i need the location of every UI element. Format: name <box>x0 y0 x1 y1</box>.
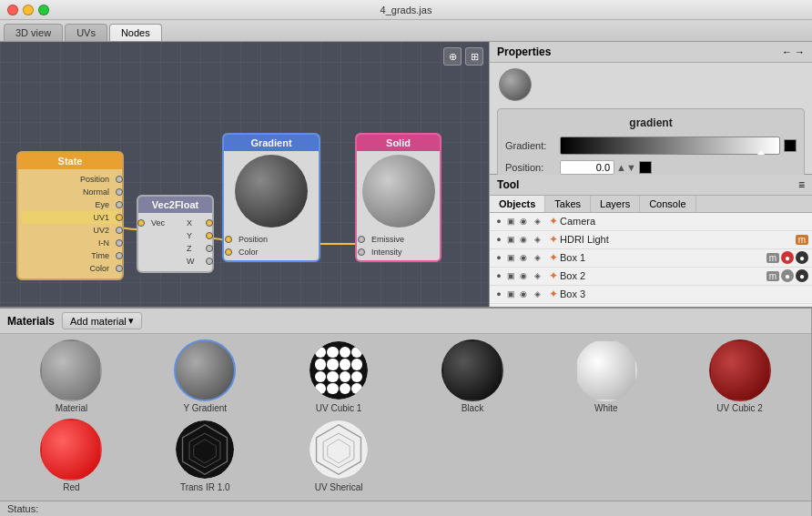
window-controls <box>7 5 49 15</box>
add-material-label: Add material <box>70 316 127 327</box>
node-gradient[interactable]: Gradient Position Color <box>222 133 320 262</box>
tab-console[interactable]: Console <box>640 196 695 212</box>
render-icon[interactable]: ◈ <box>531 217 543 226</box>
materials-title: Materials <box>7 315 55 328</box>
hdri-badge: m <box>796 235 808 245</box>
material-item-uvsherical[interactable]: UV Sherical <box>273 419 405 496</box>
tab-bar: 3D view UVs Nodes <box>0 20 812 42</box>
gradient-bar[interactable] <box>560 137 780 155</box>
object-row-box3[interactable]: ● ▣ ◉ ◈ ✦ Box 3 <box>490 286 812 304</box>
nav-prev[interactable]: ← <box>782 46 792 57</box>
materials-panel: Materials Add material ▾ Material <box>0 309 812 516</box>
gradient-marker-bot <box>761 157 768 161</box>
object-row-hdri[interactable]: ● ▣ ◉ ◈ ✦ HDRI Light m <box>490 231 812 249</box>
solid-preview <box>362 155 435 228</box>
material-name-black: Black <box>462 403 483 413</box>
node-canvas[interactable]: ⊕ ⊞ State <box>0 42 489 307</box>
material-item-material[interactable]: Material <box>5 339 137 417</box>
window-title: 4_grads.jas <box>381 5 432 15</box>
material-name-uvcubic2: UV Cubic 2 <box>716 403 763 413</box>
box2-star: ✦ <box>547 269 560 282</box>
object-name-box3: Box 3 <box>560 288 808 299</box>
box1-star: ✦ <box>547 251 560 264</box>
material-name-ygradient: Y Gradient <box>183 403 227 413</box>
material-ball-transir <box>174 419 236 481</box>
material-item-black[interactable]: Black <box>406 339 538 417</box>
material-ball-uvcubic1 <box>308 339 370 401</box>
tab-objects[interactable]: Objects <box>490 196 545 212</box>
property-preview-sphere <box>499 68 532 101</box>
tab-nodes[interactable]: Nodes <box>109 24 162 41</box>
gradient-preview <box>235 155 308 228</box>
material-name-uvcubic1: UV Cubic 1 <box>316 403 362 413</box>
material-name-material: Material <box>56 403 88 413</box>
eye-icon[interactable]: ● <box>493 217 504 226</box>
node-solid[interactable]: Solid Emissive Intensity <box>355 133 442 262</box>
tool-title: Tool <box>497 178 519 191</box>
object-name-box2: Box 2 <box>560 270 765 281</box>
tool-icon: ≡ <box>798 178 805 191</box>
add-node-button[interactable]: ⊕ <box>443 47 462 66</box>
tab-layers[interactable]: Layers <box>591 196 640 212</box>
object-row-box2[interactable]: ● ▣ ◉ ◈ ✦ Box 2 m ● ● <box>490 268 812 286</box>
tool-header: Tool ≡ <box>490 175 812 196</box>
maximize-button[interactable] <box>38 5 49 15</box>
material-item-ygradient[interactable]: Y Gradient <box>139 339 271 417</box>
node-gradient-header: Gradient <box>224 135 319 151</box>
tab-takes[interactable]: Takes <box>545 196 591 212</box>
gradient-marker <box>757 150 765 155</box>
node-solid-header: Solid <box>357 135 440 151</box>
add-material-button[interactable]: Add material ▾ <box>62 312 142 329</box>
lock-icon[interactable]: ▣ <box>505 217 516 226</box>
expand-button[interactable]: ⊞ <box>465 47 483 66</box>
gradient-card-title: gradient <box>505 116 797 129</box>
close-button[interactable] <box>7 5 18 15</box>
box2-badge-dot: ● <box>781 269 794 282</box>
properties-section: Properties ← → gradient Gradient: <box>490 42 812 175</box>
material-ball-red <box>40 419 102 481</box>
position-label: Position: <box>505 162 560 173</box>
material-item-red[interactable]: Red <box>5 419 137 496</box>
title-bar: 4_grads.jas <box>0 0 812 20</box>
position-stepper[interactable]: ▲▼ <box>616 162 636 173</box>
tool-section: Tool ≡ Objects Takes Layers Console ● <box>490 175 812 322</box>
camera-controls: ● ▣ ◉ ◈ <box>493 217 543 226</box>
box1-badge-black: ● <box>796 251 808 264</box>
status-label: Status: <box>7 503 38 514</box>
minimize-button[interactable] <box>23 5 34 15</box>
object-name-box1: Box 1 <box>560 252 765 263</box>
box2-badge-black: ● <box>796 269 808 282</box>
objects-container[interactable]: ● ▣ ◉ ◈ ✦ Camera ● ▣ <box>490 213 812 322</box>
right-side: Properties ← → gradient Gradient: <box>489 42 812 307</box>
material-item-uvcubic1[interactable]: UV Cubic 1 <box>273 339 405 417</box>
cam-icon[interactable]: ◉ <box>517 217 530 226</box>
app-wrapper: 4_grads.jas 3D view UVs Nodes ⊕ ⊞ <box>0 0 812 516</box>
gradient-color-swatch[interactable] <box>784 139 797 152</box>
material-item-uvcubic2[interactable]: UV Cubic 2 <box>674 339 806 417</box>
object-row-camera[interactable]: ● ▣ ◉ ◈ ✦ Camera <box>490 213 812 231</box>
material-ball-material <box>40 339 102 401</box>
hdri-controls: ● ▣ ◉ ◈ <box>493 235 543 244</box>
tool-tabs: Objects Takes Layers Console <box>490 196 812 213</box>
tab-uvs[interactable]: UVs <box>65 24 107 41</box>
material-name-white: White <box>594 403 618 413</box>
material-name-red: Red <box>63 482 79 492</box>
material-item-white[interactable]: White <box>540 339 672 417</box>
materials-header: Materials Add material ▾ <box>0 309 811 334</box>
node-state[interactable]: State Position Normal Eye UV1 UV2 I-N Ti… <box>16 151 124 280</box>
material-name-uvsherical: UV Sherical <box>315 482 363 492</box>
nav-next[interactable]: → <box>795 46 805 57</box>
object-row-box1[interactable]: ● ▣ ◉ ◈ ✦ Box 1 m ● ● <box>490 249 812 268</box>
position-color-box[interactable] <box>639 161 652 174</box>
nav-arrows[interactable]: ← → <box>782 46 805 57</box>
node-vec2float[interactable]: Vec2Float Vec X Y Z W <box>137 195 214 273</box>
material-item-transir[interactable]: Trans IR 1.0 <box>139 419 271 496</box>
svg-marker-5 <box>328 439 350 462</box>
tab-3d-view[interactable]: 3D view <box>4 24 63 41</box>
material-name-transir: Trans IR 1.0 <box>180 482 230 492</box>
content-area: ⊕ ⊞ State <box>0 42 812 516</box>
material-ball-uvsherical <box>308 419 370 481</box>
box3-star: ✦ <box>547 288 560 300</box>
box2-badge-m: m <box>766 271 779 281</box>
position-input[interactable] <box>560 160 614 175</box>
